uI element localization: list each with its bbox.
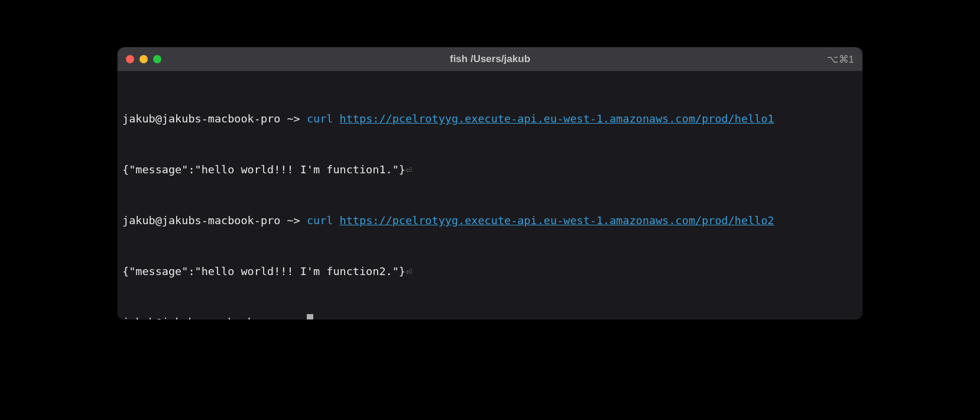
terminal-window: fish /Users/jakub ⌥⌘1 jakub@jakubs-macbo… [118,47,862,319]
command-output: {"message":"hello world!!! I'm function1… [122,163,405,176]
prompt-arrow: > [294,316,300,319]
window-title: fish /Users/jakub [450,53,530,65]
close-button[interactable] [126,55,134,63]
return-symbol-icon: ⏎ [405,265,412,277]
maximize-button[interactable] [153,55,161,63]
command-output: {"message":"hello world!!! I'm function2… [122,265,405,277]
prompt-path: ~ [287,214,293,227]
terminal-prompt-line: jakub@jakubs-macbook-pro ~> [122,314,858,319]
traffic-lights [126,55,161,63]
cursor[interactable] [307,314,313,319]
window-tab-indicator: ⌥⌘1 [827,53,854,66]
terminal-line: jakub@jakubs-macbook-pro ~> curl https:/… [122,212,858,230]
terminal-body[interactable]: jakub@jakubs-macbook-pro ~> curl https:/… [118,71,862,319]
prompt-user-host: jakub@jakubs-macbook-pro [122,214,280,227]
terminal-output-line: {"message":"hello world!!! I'm function2… [122,263,858,280]
prompt-user-host: jakub@jakubs-macbook-pro [122,112,280,125]
titlebar[interactable]: fish /Users/jakub ⌥⌘1 [118,47,862,71]
return-symbol-icon: ⏎ [405,163,412,176]
prompt-arrow: > [294,112,300,125]
terminal-line: jakub@jakubs-macbook-pro ~> curl https:/… [122,111,858,128]
command: curl [307,214,333,227]
command-url: https://pcelrotyyg.execute-api.eu-west-1… [340,214,774,227]
command-url: https://pcelrotyyg.execute-api.eu-west-1… [340,112,774,125]
prompt-path: ~ [287,112,293,125]
terminal-output-line: {"message":"hello world!!! I'm function1… [122,161,858,179]
minimize-button[interactable] [139,55,148,63]
prompt-user-host: jakub@jakubs-macbook-pro [122,316,280,319]
prompt-path: ~ [287,316,293,319]
command: curl [307,112,333,125]
prompt-arrow: > [294,214,300,227]
